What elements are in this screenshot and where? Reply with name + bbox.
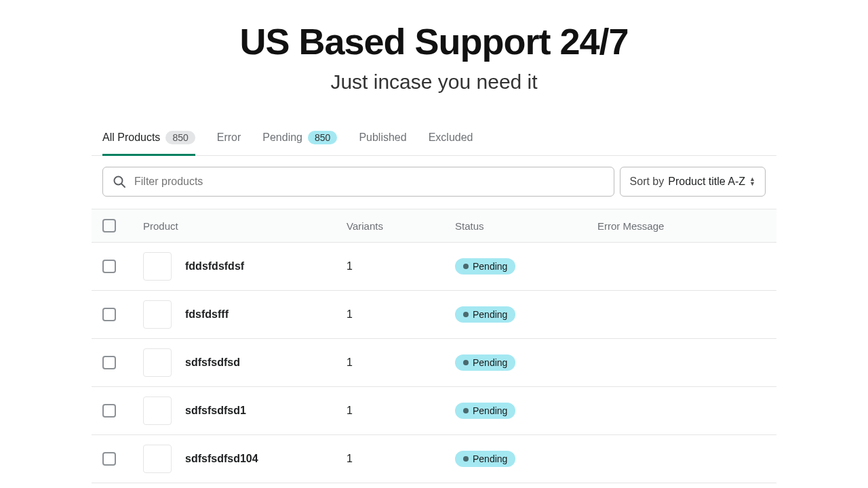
status-dot-icon xyxy=(463,360,469,365)
table-row: fdsfdsfff1Pending xyxy=(92,291,776,339)
product-name: fdsfdsfff xyxy=(185,308,229,321)
status-badge: Pending xyxy=(455,403,515,419)
tab-excluded[interactable]: Excluded xyxy=(429,121,473,156)
select-all-checkbox[interactable] xyxy=(102,219,116,232)
sort-label: Sort by xyxy=(630,176,665,188)
product-name: sdfsfsdfsd1 xyxy=(185,405,246,417)
tab-error[interactable]: Error xyxy=(217,121,241,156)
product-thumbnail xyxy=(143,300,172,329)
search-icon xyxy=(113,175,126,188)
tabs: All Products850ErrorPending850PublishedE… xyxy=(92,121,776,156)
status-dot-icon xyxy=(463,456,469,462)
page-header: US Based Support 24/7 Just incase you ne… xyxy=(0,0,868,107)
status-dot-icon xyxy=(463,408,469,413)
product-name: sdfsfsdfsd xyxy=(185,357,240,369)
status-text: Pending xyxy=(473,357,507,368)
status-dot-icon xyxy=(463,264,469,269)
col-variants: Variants xyxy=(347,220,455,232)
row-checkbox[interactable] xyxy=(102,356,116,369)
tab-label: Error xyxy=(217,131,241,144)
page-subtitle: Just incase you need it xyxy=(0,70,868,94)
status-dot-icon xyxy=(463,312,469,317)
product-thumbnail xyxy=(143,252,172,281)
product-thumbnail xyxy=(143,348,172,377)
product-thumbnail xyxy=(143,396,172,425)
variants-cell: 1 xyxy=(347,405,455,417)
status-text: Pending xyxy=(473,309,507,320)
tab-all-products[interactable]: All Products850 xyxy=(102,121,195,156)
variants-cell: 1 xyxy=(347,308,455,321)
tab-label: Pending xyxy=(262,131,302,144)
toolbar: Sort by Product title A-Z ▲▼ xyxy=(92,167,776,197)
page-title: US Based Support 24/7 xyxy=(0,20,868,62)
status-text: Pending xyxy=(473,453,507,464)
sort-value: Product title A-Z xyxy=(668,176,745,188)
status-badge: Pending xyxy=(455,306,515,323)
variants-cell: 1 xyxy=(347,260,455,272)
status-badge: Pending xyxy=(455,354,515,371)
tab-badge: 850 xyxy=(308,131,337,144)
col-status: Status xyxy=(455,220,597,232)
row-checkbox[interactable] xyxy=(102,452,116,466)
col-product: Product xyxy=(143,220,347,232)
row-checkbox[interactable] xyxy=(102,308,116,321)
tab-badge: 850 xyxy=(165,131,195,144)
col-error: Error Message xyxy=(597,220,766,232)
tab-label: All Products xyxy=(102,131,160,144)
table-row: sdfsfsdfsd1041Pending xyxy=(92,435,776,483)
row-checkbox[interactable] xyxy=(102,260,116,273)
table-row: fddsfdsfdsf1Pending xyxy=(92,243,776,291)
table-row: sdfsfsdfsd1Pending xyxy=(92,339,776,387)
sort-icon: ▲▼ xyxy=(749,177,755,186)
status-badge: Pending xyxy=(455,258,515,274)
table-row: sdfsfsdfsd11Pending xyxy=(92,387,776,435)
product-name: fddsfdsfdsf xyxy=(185,260,244,272)
search-input-wrapper[interactable] xyxy=(102,167,614,197)
status-text: Pending xyxy=(473,405,507,416)
variants-cell: 1 xyxy=(347,357,455,369)
sort-dropdown[interactable]: Sort by Product title A-Z ▲▼ xyxy=(620,167,766,197)
product-thumbnail xyxy=(143,445,172,473)
status-badge: Pending xyxy=(455,451,515,467)
table-header: Product Variants Status Error Message xyxy=(92,209,776,243)
row-checkbox[interactable] xyxy=(102,404,116,418)
product-name: sdfsfsdfsd104 xyxy=(185,453,258,465)
status-text: Pending xyxy=(473,261,507,272)
tab-pending[interactable]: Pending850 xyxy=(262,121,337,156)
tab-published[interactable]: Published xyxy=(359,121,406,156)
svg-line-1 xyxy=(122,184,125,188)
variants-cell: 1 xyxy=(347,453,455,465)
search-input[interactable] xyxy=(134,176,604,188)
svg-point-0 xyxy=(115,177,123,185)
tab-label: Published xyxy=(359,131,406,144)
tab-label: Excluded xyxy=(429,131,473,144)
